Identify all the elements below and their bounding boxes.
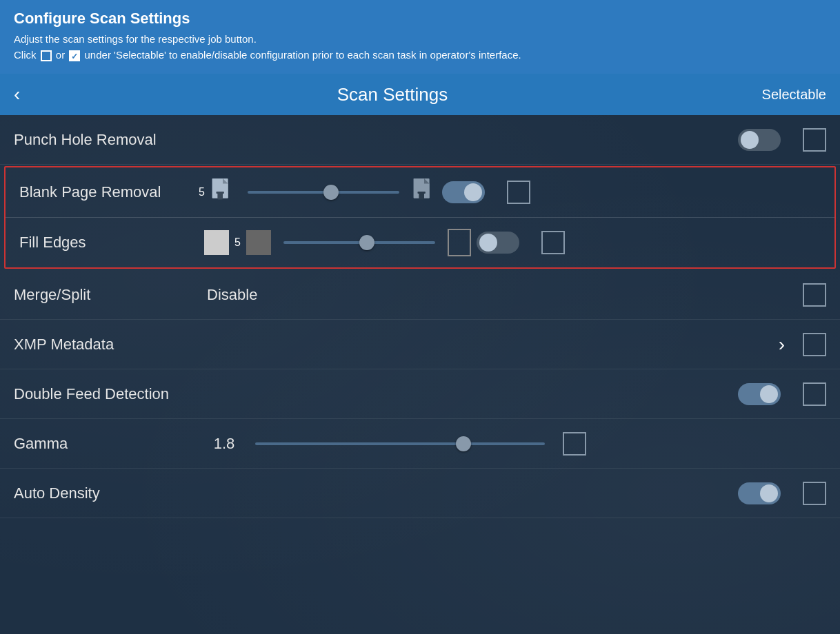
auto-density-label: Auto Density bbox=[14, 484, 193, 502]
info-suffix-label: under 'Selectable' to enable/disable con… bbox=[85, 49, 521, 61]
punch-hole-removal-toggle[interactable] bbox=[738, 129, 781, 151]
double-feed-detection-checkbox[interactable] bbox=[803, 382, 826, 406]
svg-rect-8 bbox=[419, 193, 424, 200]
xmp-metadata-checkbox[interactable] bbox=[803, 333, 826, 356]
info-title: Configure Scan Settings bbox=[14, 10, 826, 28]
merge-split-row: Merge/Split Disable bbox=[0, 270, 840, 320]
info-click-label: Click bbox=[14, 49, 39, 61]
fill-edges-slider-thumb[interactable] bbox=[359, 235, 374, 250]
checkbox-empty-icon bbox=[41, 50, 52, 61]
fill-edges-color-swatch-outline[interactable] bbox=[448, 229, 471, 256]
fill-edges-checkbox[interactable] bbox=[541, 231, 565, 254]
selectable-header-label: Selectable bbox=[743, 87, 826, 103]
gamma-slider-container[interactable] bbox=[255, 442, 545, 445]
merge-split-checkbox[interactable] bbox=[803, 283, 826, 307]
fill-edges-row: Fill Edges 5 bbox=[6, 218, 834, 267]
nav-bar: ‹ Scan Settings Selectable bbox=[0, 74, 840, 115]
fill-edges-label: Fill Edges bbox=[19, 234, 199, 252]
fill-edges-value: 5 bbox=[234, 236, 241, 249]
info-or-label: or bbox=[56, 49, 65, 61]
punch-hole-removal-checkbox[interactable] bbox=[803, 128, 826, 152]
checkbox-checked-icon bbox=[69, 50, 80, 61]
blank-page-removal-value: 5 bbox=[199, 186, 205, 198]
merge-split-value: Disable bbox=[207, 286, 257, 304]
auto-density-checkbox[interactable] bbox=[803, 482, 826, 505]
blank-page-removal-slider-container[interactable] bbox=[248, 191, 399, 194]
xmp-metadata-chevron-icon[interactable]: › bbox=[779, 334, 785, 356]
svg-rect-3 bbox=[217, 193, 223, 200]
highlighted-block: Blank Page Removal 5 bbox=[4, 166, 836, 269]
info-line2: Click or under 'Selectable' to enable/di… bbox=[14, 48, 826, 63]
double-feed-detection-toggle[interactable] bbox=[738, 383, 781, 405]
fill-edges-slider-container[interactable] bbox=[283, 241, 435, 244]
gamma-row: Gamma 1.8 bbox=[0, 419, 840, 469]
back-button[interactable]: ‹ bbox=[14, 83, 41, 105]
fill-edges-color-swatch-grey[interactable] bbox=[246, 230, 271, 255]
blank-page-removal-label: Blank Page Removal bbox=[19, 183, 199, 201]
punch-hole-removal-row: Punch Hole Removal bbox=[0, 115, 840, 165]
blank-page-removal-row: Blank Page Removal 5 bbox=[6, 167, 834, 217]
gamma-checkbox[interactable] bbox=[563, 432, 586, 456]
doc-trash-left-icon bbox=[210, 178, 235, 206]
blank-page-removal-slider-thumb[interactable] bbox=[323, 185, 339, 200]
merge-split-label: Merge/Split bbox=[14, 286, 193, 304]
info-line1: Adjust the scan settings for the respect… bbox=[14, 32, 826, 48]
info-panel: Configure Scan Settings Adjust the scan … bbox=[0, 0, 840, 74]
xmp-metadata-row: XMP Metadata › bbox=[0, 320, 840, 369]
auto-density-row: Auto Density bbox=[0, 469, 840, 518]
svg-rect-9 bbox=[417, 192, 425, 194]
auto-density-toggle[interactable] bbox=[738, 482, 781, 504]
blank-page-removal-checkbox[interactable] bbox=[507, 181, 530, 204]
main-content: Punch Hole Removal Blank Page Removal 5 bbox=[0, 115, 840, 634]
gamma-value: 1.8 bbox=[207, 435, 241, 453]
doc-right-icon bbox=[412, 178, 437, 206]
nav-title: Scan Settings bbox=[41, 84, 743, 105]
svg-rect-4 bbox=[216, 192, 223, 194]
fill-edges-toggle[interactable] bbox=[477, 232, 519, 254]
gamma-label: Gamma bbox=[14, 435, 193, 453]
blank-page-removal-toggle[interactable] bbox=[442, 181, 485, 203]
double-feed-detection-label: Double Feed Detection bbox=[14, 385, 193, 403]
gamma-slider-thumb[interactable] bbox=[456, 436, 471, 451]
punch-hole-removal-label: Punch Hole Removal bbox=[14, 131, 193, 149]
double-feed-detection-row: Double Feed Detection bbox=[0, 369, 840, 419]
xmp-metadata-label: XMP Metadata bbox=[14, 336, 193, 354]
fill-edges-color-swatch-white[interactable] bbox=[204, 230, 229, 255]
